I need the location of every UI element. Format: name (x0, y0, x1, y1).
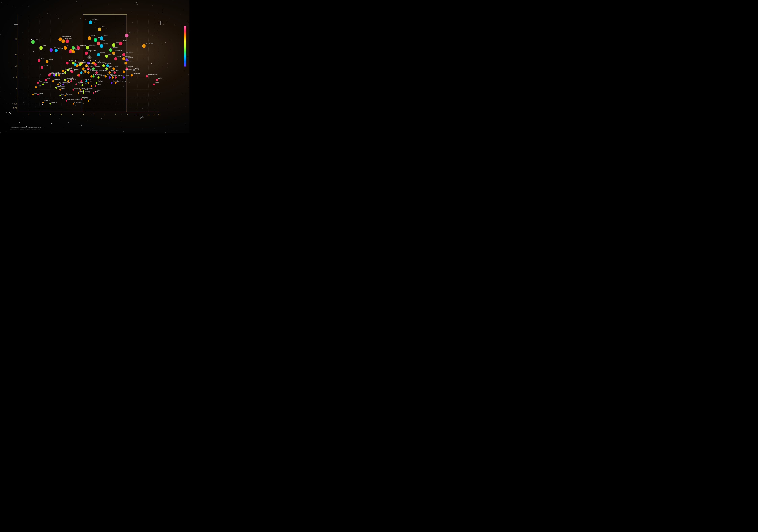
svg-text:FalconX: FalconX (53, 47, 58, 48)
svg-text:Netskope: Netskope (113, 47, 118, 48)
svg-text:Rad Power Bikes: Rad Power Bikes (148, 74, 158, 75)
svg-point-55 (88, 36, 91, 40)
svg-text:Action IQ: Action IQ (85, 91, 90, 92)
svg-text:Instawork: Instawork (75, 87, 80, 89)
svg-point-73 (58, 38, 62, 41)
svg-text:11: 11 (137, 113, 139, 116)
svg-point-151 (105, 67, 108, 70)
svg-text:Redis: Redis (116, 70, 120, 71)
svg-text:Adedade: Adedade (95, 66, 100, 68)
svg-point-179 (114, 71, 116, 74)
svg-text:Cribl: Cribl (70, 68, 72, 69)
svg-text:Gopuff: Gopuff (91, 35, 95, 36)
svg-text:Algolia: Algolia (108, 66, 112, 68)
svg-text:Miro: Miro (129, 32, 131, 34)
svg-text:Monte Carlo: Monte Carlo (51, 73, 57, 74)
svg-text:Productboard: Productboard (90, 70, 97, 71)
svg-point-157 (133, 69, 135, 71)
svg-point-295 (146, 75, 148, 78)
svg-text:Chainalysis: Chainalysis (89, 45, 96, 46)
svg-point-135 (94, 63, 97, 66)
svg-text:Lacework: Lacework (80, 45, 86, 46)
svg-text:Versa Networks: Versa Networks (117, 80, 126, 82)
svg-point-95 (85, 51, 88, 55)
svg-text:Checkr: Checkr (90, 60, 94, 62)
svg-point-269 (83, 92, 84, 94)
svg-text:Devoted Health: Devoted Health (62, 36, 71, 38)
svg-text:Flexe: Flexe (114, 75, 117, 77)
svg-point-253 (35, 86, 37, 88)
svg-point-159 (62, 70, 64, 72)
svg-point-87 (86, 46, 89, 50)
svg-text:Socure: Socure (117, 56, 121, 57)
svg-point-285 (42, 102, 44, 103)
svg-point-143 (41, 66, 43, 69)
svg-text:Faire: Faire (69, 38, 72, 40)
svg-text:AlphaSense: AlphaSense (125, 69, 132, 71)
svg-text:10: 10 (126, 113, 128, 116)
svg-point-189 (53, 74, 55, 77)
svg-point-229 (87, 82, 89, 84)
svg-text:Rippling: Rippling (123, 40, 127, 42)
svg-text:Abacus.AI: Abacus.AI (44, 100, 50, 102)
svg-point-273 (32, 94, 34, 95)
svg-point-109 (122, 57, 125, 60)
svg-point-79 (50, 48, 53, 52)
svg-text:Snyk: Snyk (75, 45, 78, 46)
svg-point-91 (72, 50, 75, 53)
svg-point-107 (114, 57, 117, 60)
svg-text:Service Titan: Service Titan (146, 43, 153, 44)
svg-text:Rokt: Rokt (111, 70, 114, 71)
svg-text:5: 5 (72, 113, 73, 116)
svg-text:Nayya: Nayya (39, 92, 43, 94)
svg-point-235 (115, 82, 117, 84)
svg-point-137 (102, 64, 105, 67)
svg-text:Guild: Guild (83, 60, 86, 62)
svg-text:Loom: Loom (81, 73, 84, 74)
svg-text:Ironclad: Ironclad (88, 63, 92, 64)
svg-point-281 (81, 98, 82, 100)
svg-text:Ramp: Ramp (43, 45, 47, 46)
svg-point-297 (156, 79, 158, 81)
svg-point-103 (122, 53, 125, 56)
svg-point-271 (93, 92, 94, 94)
svg-text:Helion Energy: Helion Energy (97, 62, 105, 63)
svg-text:Digits: Digits (61, 87, 64, 89)
svg-text:DataRobot: DataRobot (116, 50, 122, 51)
svg-point-173 (87, 71, 89, 74)
svg-point-191 (48, 74, 50, 77)
svg-text:Webflow: Webflow (128, 57, 133, 58)
svg-point-97 (97, 53, 100, 56)
svg-point-123 (38, 59, 40, 62)
svg-point-171 (84, 70, 86, 73)
svg-text:Dialpad: Dialpad (128, 66, 133, 68)
svg-point-215 (45, 79, 47, 81)
svg-point-113 (66, 62, 69, 64)
svg-point-249 (91, 85, 92, 87)
svg-text:Dutchie: Dutchie (49, 59, 53, 60)
svg-point-153 (113, 67, 115, 70)
svg-point-177 (108, 71, 111, 74)
svg-point-51 (125, 34, 128, 38)
svg-point-49 (98, 27, 101, 31)
svg-point-77 (54, 49, 58, 52)
svg-point-145 (82, 67, 85, 70)
svg-point-47 (89, 20, 92, 24)
svg-text:Podium: Podium (105, 63, 110, 64)
svg-text:Medallion: Medallion (51, 102, 56, 103)
svg-text:Discord: Discord (104, 35, 108, 36)
svg-text:Shogun: Shogun (85, 89, 89, 90)
svg-text:Klaviyo: Klaviyo (104, 43, 108, 44)
svg-text:Notion: Notion (116, 42, 120, 43)
svg-text:Flex: Flex (39, 80, 42, 82)
svg-point-195 (78, 74, 81, 77)
svg-text:Aurora Solar: Aurora Solar (108, 53, 116, 55)
svg-point-175 (95, 71, 98, 74)
svg-point-287 (50, 103, 51, 105)
svg-text:Gloat: Gloat (84, 83, 87, 84)
svg-text:Hellum: Hellum (158, 78, 162, 79)
svg-text:8: 8 (104, 113, 105, 116)
svg-text:Chime: Chime (101, 26, 105, 28)
svg-text:50: 50 (15, 38, 17, 40)
svg-text:Clari: Clari (115, 66, 118, 68)
